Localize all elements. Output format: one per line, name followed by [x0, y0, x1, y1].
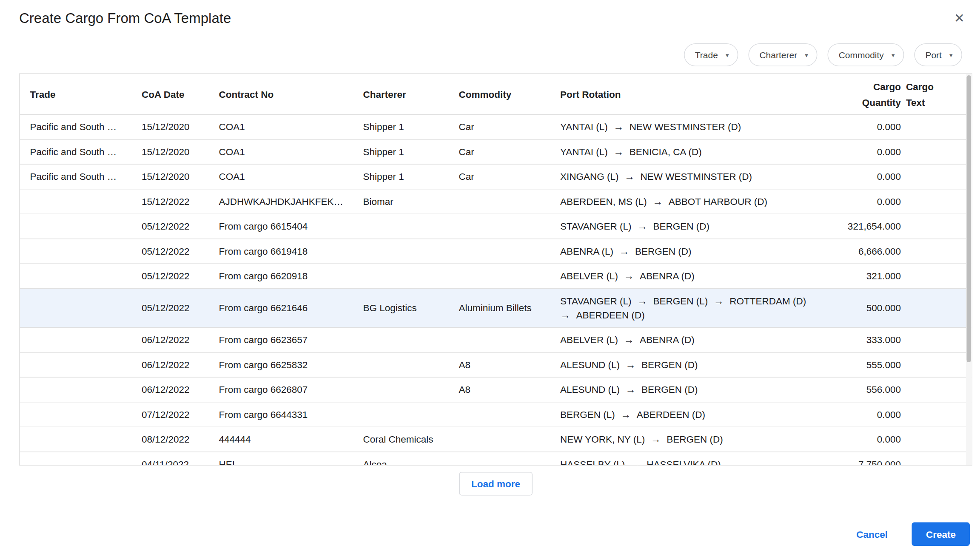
table-header: Trade CoA Date Contract No Charterer Com…: [20, 74, 972, 115]
arrow-forward-icon: →: [619, 244, 630, 258]
cell-charterer: BG Logistics: [363, 301, 459, 315]
table-row[interactable]: Pacific and South …15/12/2020COA1Shipper…: [20, 140, 972, 165]
create-button[interactable]: Create: [912, 523, 970, 546]
table-row[interactable]: 05/12/2022From cargo 6621646BG Logistics…: [20, 289, 972, 328]
chevron-down-icon: ▾: [805, 51, 808, 59]
table-row[interactable]: 04/11/2022HEIAlcoaHASSELBY (L)→HASSELVIK…: [20, 452, 972, 466]
arrow-forward-icon: →: [621, 408, 631, 422]
cell-trade: Pacific and South …: [30, 170, 142, 184]
modal-title: Create Cargo From CoA Template: [19, 10, 231, 27]
port-label: BERGEN (D): [667, 432, 723, 446]
port-label: ROTTERDAM (D): [729, 294, 806, 308]
arrow-forward-icon: →: [631, 457, 641, 466]
modal-footer: Cancel Create: [852, 523, 970, 546]
filter-commodity-label: Commodity: [839, 50, 884, 60]
table-scrollbar[interactable]: [966, 74, 972, 465]
cell-cargo-quantity: 555.000: [817, 358, 906, 372]
table-row[interactable]: Pacific and South …15/12/2020COA1Shipper…: [20, 165, 972, 190]
cell-port-rotation: ABELVER (L)→ABENRA (D): [560, 264, 817, 288]
cell-port-rotation: STAVANGER (L)→BERGEN (L)→ROTTERDAM (D)→A…: [560, 289, 817, 327]
cell-cargo-quantity: 321,654.000: [817, 219, 906, 233]
close-icon[interactable]: ✕: [954, 10, 965, 26]
cell-coa-date: 15/12/2020: [142, 145, 219, 159]
load-more-button[interactable]: Load more: [459, 472, 532, 496]
cell-charterer: Biomar: [363, 195, 459, 209]
port-label: ABENRA (D): [640, 269, 695, 283]
port-label: HASSELBY (L): [560, 457, 625, 466]
port-label: BERGEN (L): [560, 408, 615, 422]
port-label: ABERDEEN, MS (L): [560, 195, 647, 209]
cell-coa-date: 05/12/2022: [142, 301, 219, 315]
cell-charterer: Shipper 1: [363, 145, 459, 159]
cell-commodity: Car: [459, 120, 561, 134]
table-row[interactable]: 07/12/2022From cargo 6644331BERGEN (L)→A…: [20, 403, 972, 428]
port-label: HASSELVIKA (D): [647, 457, 721, 466]
filter-trade-label: Trade: [695, 50, 718, 60]
cell-trade: Pacific and South …: [30, 145, 142, 159]
port-label: NEW WESTMINSTER (D): [641, 170, 752, 184]
port-label: BERGEN (D): [653, 219, 710, 233]
port-label: ABELVER (L): [560, 333, 618, 347]
cell-port-rotation: ABENRA (L)→BERGEN (D): [560, 239, 817, 264]
cell-contract-no: 444444: [219, 432, 363, 446]
cell-port-rotation: NEW YORK, NY (L)→BERGEN (D): [560, 427, 817, 452]
cell-cargo-quantity: 500.000: [817, 301, 906, 315]
cell-coa-date: 05/12/2022: [142, 269, 219, 283]
cell-cargo-quantity: 0.000: [817, 408, 906, 422]
cell-cargo-quantity: 0.000: [817, 432, 906, 446]
arrow-forward-icon: →: [560, 308, 570, 322]
table-row[interactable]: 15/12/2022AJDHWKAJHDKJAHKFEK…BiomarABERD…: [20, 190, 972, 215]
filter-bar: Trade ▾ Charterer ▾ Commodity ▾ Port ▾: [684, 43, 962, 66]
cell-cargo-quantity: 0.000: [817, 120, 906, 134]
cell-contract-no: HEI: [219, 457, 363, 466]
cell-cargo-quantity: 0.000: [817, 195, 906, 209]
cell-coa-date: 15/12/2020: [142, 170, 219, 184]
arrow-forward-icon: →: [613, 145, 624, 159]
cell-charterer: Shipper 1: [363, 170, 459, 184]
table-row[interactable]: 05/12/2022From cargo 6619418ABENRA (L)→B…: [20, 239, 972, 264]
filter-charterer-dropdown[interactable]: Charterer ▾: [749, 43, 818, 66]
filter-port-dropdown[interactable]: Port ▾: [914, 43, 962, 66]
table-row[interactable]: Pacific and South …15/12/2020COA1Shipper…: [20, 115, 972, 140]
scrollbar-thumb[interactable]: [967, 75, 971, 362]
cell-contract-no: From cargo 6621646: [219, 301, 363, 315]
coa-template-table: Trade CoA Date Contract No Charterer Com…: [19, 74, 972, 466]
cell-cargo-quantity: 0.000: [817, 145, 906, 159]
cell-contract-no: From cargo 6619418: [219, 244, 363, 258]
table-row[interactable]: 05/12/2022From cargo 6615404STAVANGER (L…: [20, 214, 972, 239]
cell-coa-date: 07/12/2022: [142, 408, 219, 422]
port-label: ABERDEEN (D): [637, 408, 705, 422]
cell-contract-no: From cargo 6620918: [219, 269, 363, 283]
cell-contract-no: From cargo 6615404: [219, 219, 363, 233]
port-label: BERGEN (D): [635, 244, 692, 258]
arrow-forward-icon: →: [624, 333, 634, 347]
table-row[interactable]: 06/12/2022From cargo 6626807A8ALESUND (L…: [20, 378, 972, 403]
arrow-forward-icon: →: [613, 120, 624, 134]
filter-trade-dropdown[interactable]: Trade ▾: [684, 43, 738, 66]
table-row[interactable]: 08/12/2022444444Coral ChemicalsNEW YORK,…: [20, 427, 972, 452]
cell-cargo-quantity: 556.000: [817, 383, 906, 397]
header-charterer: Charterer: [363, 86, 459, 102]
arrow-forward-icon: →: [624, 269, 634, 283]
filter-commodity-dropdown[interactable]: Commodity ▾: [828, 43, 904, 66]
table-row[interactable]: 05/12/2022From cargo 6620918ABELVER (L)→…: [20, 264, 972, 289]
create-cargo-modal: Create Cargo From CoA Template ✕ Trade ▾…: [0, 0, 980, 551]
cell-contract-no: COA1: [219, 120, 363, 134]
cell-charterer: Coral Chemicals: [363, 432, 459, 446]
arrow-forward-icon: →: [714, 294, 724, 308]
port-label: BERGEN (D): [641, 383, 698, 397]
cell-cargo-quantity: 333.000: [817, 333, 906, 347]
port-label: STAVANGER (L): [560, 219, 632, 233]
port-label: ABENRA (D): [640, 333, 695, 347]
cancel-button[interactable]: Cancel: [852, 524, 892, 545]
cell-coa-date: 04/11/2022: [142, 457, 219, 466]
arrow-forward-icon: →: [626, 358, 636, 372]
cell-coa-date: 08/12/2022: [142, 432, 219, 446]
cell-port-rotation: YANTAI (L)→NEW WESTMINSTER (D): [560, 115, 817, 139]
header-cargo-text: Cargo Text: [906, 78, 960, 110]
cell-coa-date: 06/12/2022: [142, 383, 219, 397]
chevron-down-icon: ▾: [949, 51, 953, 59]
port-label: BENICIA, CA (D): [630, 145, 702, 159]
table-row[interactable]: 06/12/2022From cargo 6625832A8ALESUND (L…: [20, 353, 972, 378]
table-row[interactable]: 06/12/2022From cargo 6623657ABELVER (L)→…: [20, 328, 972, 353]
